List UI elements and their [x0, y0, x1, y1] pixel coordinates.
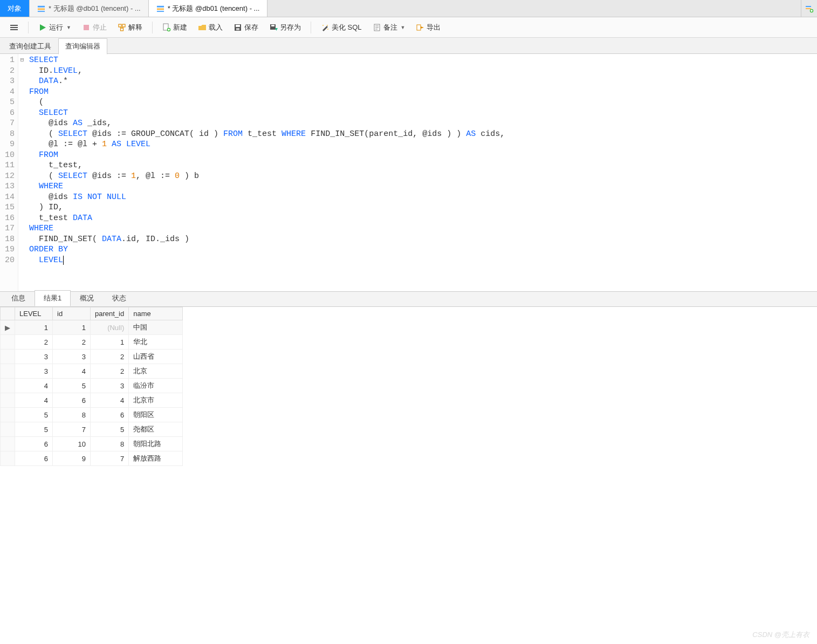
svg-rect-7 — [806, 8, 811, 9]
tab-query-editor[interactable]: 查询编辑器 — [58, 38, 107, 54]
svg-rect-18 — [120, 28, 123, 31]
builder-tabstrip: 查询创建工具 查询编辑器 — [0, 38, 817, 54]
export-button[interactable]: 导出 — [411, 20, 445, 35]
svg-rect-4 — [157, 9, 164, 10]
fold-column: ⊟ — [18, 54, 26, 291]
notes-label: 备注 — [383, 23, 397, 32]
export-label: 导出 — [427, 23, 441, 32]
svg-rect-17 — [122, 24, 125, 27]
result-grid[interactable]: LEVELidparent_idname▶11(Null)中国221华北332山… — [0, 306, 817, 466]
main-toolbar: 运行 ▼ 停止 解释 新建 载入 保存 另存为 — [0, 17, 817, 38]
explain-button[interactable]: 解释 — [113, 20, 147, 35]
svg-rect-29 — [271, 25, 274, 26]
sql-editor[interactable]: 1234567891011121314151617181920 ⊟ SELECT… — [0, 54, 817, 291]
svg-rect-16 — [119, 24, 121, 27]
tab-query-1-label: * 无标题 @db01 (tencent) - ... — [49, 4, 141, 13]
result-tabstrip: 信息 结果1 概况 状态 — [0, 291, 817, 306]
chevron-down-icon: ▼ — [66, 25, 71, 30]
result-tab-result1[interactable]: 结果1 — [35, 290, 71, 306]
tab-query-2[interactable]: * 无标题 @db01 (tencent) - ... — [149, 0, 268, 17]
svg-rect-27 — [236, 28, 239, 30]
tab-objects-label: 对象 — [8, 4, 22, 13]
svg-rect-24 — [168, 29, 170, 30]
new-button[interactable]: 新建 — [158, 20, 191, 35]
tab-objects[interactable]: 对象 — [0, 0, 30, 17]
tabstrip-spacer — [267, 0, 801, 17]
beautify-button[interactable]: 美化 SQL — [317, 20, 366, 35]
run-button[interactable]: 运行 ▼ — [34, 20, 75, 35]
explain-label: 解释 — [128, 23, 142, 32]
result-tab-profile[interactable]: 概况 — [71, 290, 103, 306]
beautify-label: 美化 SQL — [332, 23, 362, 32]
svg-rect-15 — [84, 25, 89, 30]
svg-marker-14 — [40, 24, 46, 31]
saveas-label: 另存为 — [280, 23, 301, 32]
svg-point-31 — [327, 25, 328, 26]
run-label: 运行 — [49, 23, 63, 32]
stop-button: 停止 — [78, 20, 111, 35]
separator — [152, 22, 153, 33]
stop-label: 停止 — [93, 23, 107, 32]
save-label: 保存 — [244, 23, 258, 32]
svg-rect-3 — [157, 6, 164, 8]
tab-query-2-label: * 无标题 @db01 (tencent) - ... — [168, 4, 260, 13]
svg-rect-12 — [10, 27, 18, 28]
sql-code-area[interactable]: SELECT ID.LEVEL, DATA.*FROM ( SELECT @id… — [26, 54, 817, 291]
new-query-button[interactable] — [801, 0, 817, 17]
load-label: 载入 — [209, 23, 223, 32]
svg-rect-13 — [10, 29, 18, 30]
svg-rect-5 — [157, 11, 164, 12]
separator — [311, 22, 311, 33]
svg-rect-38 — [417, 25, 421, 30]
line-number-gutter: 1234567891011121314151617181920 — [0, 54, 18, 291]
query-icon — [156, 4, 164, 12]
notes-button[interactable]: 备注 ▼ — [368, 20, 410, 35]
save-button[interactable]: 保存 — [229, 20, 263, 35]
svg-rect-0 — [38, 6, 45, 8]
watermark: CSDN @壳上有衣 — [752, 630, 809, 640]
svg-rect-11 — [10, 25, 18, 26]
svg-rect-10 — [811, 10, 813, 11]
svg-rect-6 — [806, 6, 811, 7]
menu-button[interactable] — [5, 21, 23, 34]
result-tab-status[interactable]: 状态 — [103, 290, 135, 306]
chevron-down-icon: ▼ — [401, 25, 406, 30]
separator — [28, 22, 29, 33]
svg-marker-39 — [421, 26, 424, 29]
load-button[interactable]: 载入 — [194, 20, 227, 35]
tab-query-builder[interactable]: 查询创建工具 — [2, 38, 58, 54]
tab-strip: 对象 * 无标题 @db01 (tencent) - ... * 无标题 @db… — [0, 0, 817, 17]
tab-query-1[interactable]: * 无标题 @db01 (tencent) - ... — [30, 0, 149, 17]
svg-rect-26 — [236, 25, 240, 27]
svg-point-32 — [322, 25, 324, 26]
result-tab-info[interactable]: 信息 — [2, 290, 35, 306]
saveas-button[interactable]: 另存为 — [265, 20, 305, 35]
new-label: 新建 — [173, 23, 187, 32]
svg-point-33 — [327, 29, 328, 30]
query-icon — [37, 4, 45, 12]
svg-rect-2 — [38, 11, 45, 12]
svg-rect-1 — [38, 9, 45, 10]
